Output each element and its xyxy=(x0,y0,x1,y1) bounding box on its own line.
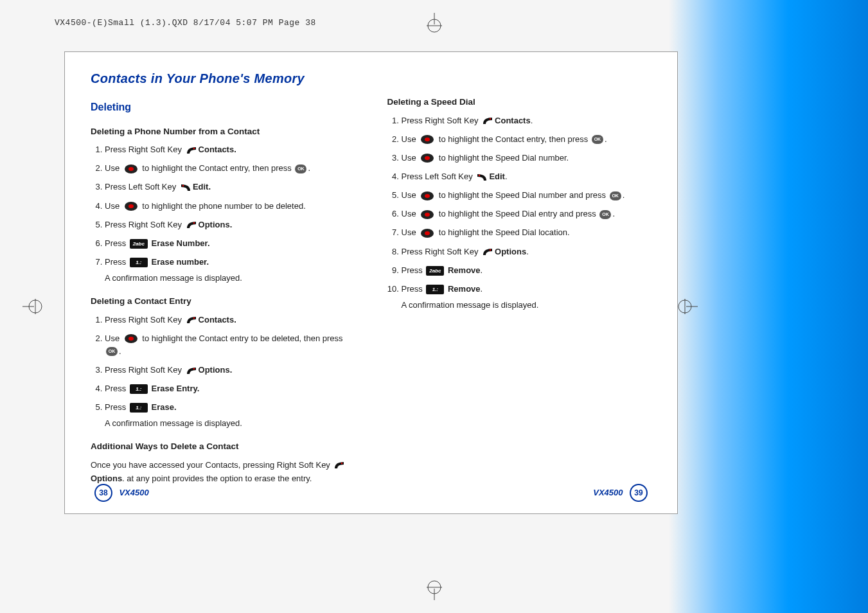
steps-delete-contact-entry: Press Right Soft Key Contacts.Use to hig… xyxy=(91,314,355,414)
nav-key-icon xyxy=(420,209,434,220)
heading-additional-ways: Additional Ways to Delete a Contact xyxy=(91,440,355,454)
svg-point-17 xyxy=(128,204,134,208)
crop-mark-left-icon xyxy=(22,294,48,319)
steps-delete-speed-dial: Press Right Soft Key Contacts.Use to hig… xyxy=(387,114,652,296)
nav-key-icon xyxy=(420,153,434,163)
additional-ways-para: Once you have accessed your Contacts, pr… xyxy=(91,459,355,486)
numkey-icon: 1.: xyxy=(130,403,148,413)
softkey-left-icon xyxy=(180,183,191,192)
nav-key-icon xyxy=(124,201,138,211)
numkey-icon: 2abc xyxy=(130,239,148,249)
steps-delete-phone-number: Press Right Soft Key Contacts.Use to hig… xyxy=(91,143,355,269)
left-column: Deleting Deleting a Phone Number from a … xyxy=(91,95,355,486)
step-item: Press Left Soft Key Edit. xyxy=(402,170,652,183)
svg-point-26 xyxy=(425,138,430,141)
heading-deleting: Deleting xyxy=(91,99,355,116)
step-item: Press 1.: Erase Entry. xyxy=(105,382,355,395)
para-bold: Options xyxy=(91,474,122,483)
step-item: Press 2abc Remove. xyxy=(402,264,652,277)
svg-point-21 xyxy=(128,337,134,341)
svg-point-31 xyxy=(425,194,430,198)
step-item: Press 2abc Erase Number. xyxy=(105,237,355,250)
section-title: Contacts in Your Phone's Memory xyxy=(91,71,651,86)
numkey-icon: 1.: xyxy=(130,258,148,267)
step-item: Press Right Soft Key Contacts. xyxy=(105,143,355,156)
model-label: VX4500 xyxy=(119,488,148,497)
nav-key-icon xyxy=(124,164,138,174)
svg-point-18 xyxy=(193,222,194,224)
numkey-icon: 1.: xyxy=(426,285,444,294)
footer-right: VX4500 39 xyxy=(593,484,651,502)
ok-key-icon: OK xyxy=(610,191,621,200)
heading-delete-contact-entry: Deleting a Contact Entry xyxy=(91,294,355,308)
step-item: Use to highlight the Contact entry to be… xyxy=(105,332,355,358)
file-header: VX4500-(E)Small (1.3).QXD 8/17/04 5:07 P… xyxy=(55,18,316,28)
right-column: Deleting a Speed Dial Press Right Soft K… xyxy=(387,95,652,486)
page-footer: 38 VX4500 VX4500 39 xyxy=(91,484,651,502)
page-number-right: 39 xyxy=(630,484,648,502)
step-item: Use to highlight the Speed Dial number. xyxy=(402,152,652,164)
model-label: VX4500 xyxy=(593,488,623,497)
step-item: Press Right Soft Key Options. xyxy=(105,218,355,231)
nav-key-icon xyxy=(420,191,434,201)
confirm-msg: A confirmation message is displayed. xyxy=(105,272,355,285)
svg-point-19 xyxy=(193,317,194,319)
ok-key-icon: OK xyxy=(295,164,306,173)
confirm-msg: A confirmation message is displayed. xyxy=(402,299,652,312)
step-item: Use to highlight the Speed Dial number a… xyxy=(402,189,652,202)
step-item: Use to highlight the Contact entry, then… xyxy=(402,133,652,146)
crop-mark-top-icon xyxy=(421,13,447,39)
step-item: Use to highlight the phone number to be … xyxy=(105,200,355,213)
svg-point-36 xyxy=(490,249,491,251)
crop-mark-bottom-icon xyxy=(421,574,447,600)
nav-key-icon xyxy=(420,228,434,238)
step-item: Press Right Soft Key Options. xyxy=(402,245,652,258)
step-item: Press Right Soft Key Options. xyxy=(105,364,355,377)
confirm-msg: A confirmation message is displayed. xyxy=(105,417,355,431)
softkey-right-icon xyxy=(482,247,493,256)
svg-point-22 xyxy=(193,368,194,369)
step-item: Press Left Soft Key Edit. xyxy=(105,181,355,193)
svg-point-29 xyxy=(479,174,480,175)
svg-point-24 xyxy=(490,118,491,120)
softkey-right-icon xyxy=(186,366,197,375)
step-item: Press Right Soft Key Contacts. xyxy=(402,114,652,127)
step-item: Press 1.: Erase. xyxy=(105,401,355,414)
step-item: Use to highlight the Speed Dial location… xyxy=(402,226,652,239)
svg-point-14 xyxy=(128,167,134,171)
para-post: . at any point provides the option to er… xyxy=(122,474,312,483)
softkey-right-icon xyxy=(186,146,197,155)
svg-point-28 xyxy=(425,156,430,160)
page-number-left: 38 xyxy=(94,484,112,502)
step-item: Press 1.: Erase number. xyxy=(105,256,355,269)
nav-key-icon xyxy=(420,134,434,145)
svg-point-12 xyxy=(193,148,194,149)
step-item: Press 1.: Remove. xyxy=(402,283,652,296)
softkey-right-icon xyxy=(333,461,345,470)
svg-point-15 xyxy=(182,185,184,186)
svg-point-35 xyxy=(425,231,430,235)
numkey-icon: 1.: xyxy=(130,384,148,394)
ok-key-icon: OK xyxy=(106,347,118,356)
numkey-icon: 2abc xyxy=(426,266,444,276)
softkey-left-icon xyxy=(476,173,488,182)
background-gradient xyxy=(669,0,868,613)
heading-delete-phone-number: Deleting a Phone Number from a Contact xyxy=(91,125,355,139)
footer-left: 38 VX4500 xyxy=(91,484,149,502)
step-item: Press Right Soft Key Contacts. xyxy=(105,314,355,326)
para-pre: Once you have accessed your Contacts, pr… xyxy=(91,460,332,470)
softkey-right-icon xyxy=(186,220,197,229)
softkey-right-icon xyxy=(482,116,493,125)
page-spread: Contacts in Your Phone's Memory Deleting… xyxy=(64,51,678,514)
softkey-right-icon xyxy=(186,315,197,324)
svg-point-23 xyxy=(341,463,342,464)
step-item: Use to highlight the Contact entry, then… xyxy=(105,162,355,175)
heading-delete-speed-dial: Deleting a Speed Dial xyxy=(387,95,652,109)
step-item: Use to highlight the Speed Dial entry an… xyxy=(402,208,652,220)
ok-key-icon: OK xyxy=(592,135,603,144)
ok-key-icon: OK xyxy=(599,210,611,219)
svg-point-33 xyxy=(425,213,430,217)
nav-key-icon xyxy=(124,333,138,344)
